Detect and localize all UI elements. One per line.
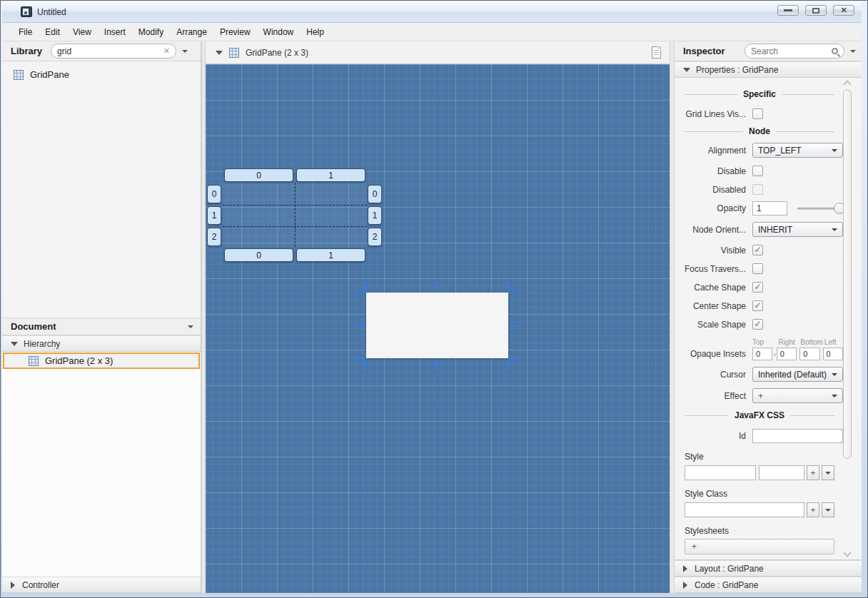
expand-arrow-icon (11, 582, 19, 589)
chevron-down-icon (832, 373, 837, 379)
cache-shape-label: Cache Shape (683, 283, 746, 293)
menu-arrange[interactable]: Arrange (170, 24, 213, 40)
grid-lines-checkbox[interactable] (752, 108, 763, 119)
inspector-search-input[interactable] (751, 46, 829, 56)
library-menu-button[interactable] (182, 50, 188, 56)
maximize-button[interactable] (805, 5, 827, 16)
stylesheets-add-button[interactable]: + (685, 539, 834, 554)
scale-shape-checkbox[interactable]: ✓ (752, 319, 763, 330)
node-orientation-dropdown[interactable]: INHERIT (752, 222, 843, 237)
selection-handle[interactable] (510, 292, 520, 293)
menu-edit[interactable]: Edit (39, 24, 66, 40)
row-header-left-2[interactable]: 2 (207, 228, 221, 246)
hierarchy-item-gridpane[interactable]: GridPane (2 x 3) (3, 353, 200, 369)
style-property-field[interactable] (685, 465, 756, 480)
selection-handle[interactable] (355, 358, 364, 359)
column-header-bottom-1[interactable]: 1 (296, 248, 365, 262)
hierarchy-section-header[interactable]: Hierarchy (2, 335, 201, 352)
library-search-input[interactable] (57, 46, 161, 56)
style-add-button[interactable]: + (807, 465, 819, 480)
menu-file[interactable]: File (12, 24, 39, 40)
selection-handle[interactable] (508, 360, 509, 370)
layout-section-header[interactable]: Layout : GridPane (675, 560, 862, 577)
right-splitter[interactable] (670, 41, 675, 593)
properties-section-header[interactable]: Properties : GridPane (675, 61, 862, 78)
selection-handle[interactable] (510, 325, 520, 326)
menu-bar: File Edit View Insert Modify Arrange Pre… (2, 23, 862, 41)
close-button[interactable]: ✕ (833, 5, 854, 16)
style-class-field[interactable] (685, 502, 804, 517)
cursor-dropdown[interactable]: Inherited (Default) (752, 367, 843, 382)
minimize-button[interactable] (777, 5, 799, 16)
visible-checkbox[interactable]: ✓ (752, 245, 763, 255)
menu-modify[interactable]: Modify (132, 24, 170, 40)
library-item-gridpane[interactable]: GridPane (2, 67, 201, 82)
content-panel: GridPane (2 x 3) 0 1 0 1 2 0 1 2 0 1 (206, 41, 670, 593)
inset-left-field[interactable]: 0 (823, 348, 843, 360)
row-header-left-1[interactable]: 1 (207, 206, 221, 225)
title-bar[interactable]: Untitled ✕ (2, 1, 862, 22)
menu-view[interactable]: View (66, 24, 98, 40)
opacity-slider[interactable] (797, 203, 843, 214)
divider-specific: Specific (685, 89, 834, 99)
inspector-search[interactable] (745, 44, 844, 59)
style-row: + (685, 465, 834, 480)
effect-dropdown[interactable]: + (752, 388, 843, 403)
row-header-right-0[interactable]: 0 (368, 185, 382, 203)
column-header-top-0[interactable]: 0 (224, 168, 293, 182)
column-header-bottom-0[interactable]: 0 (224, 248, 293, 262)
selection-handle[interactable] (510, 358, 520, 359)
id-field[interactable] (752, 429, 843, 443)
library-search[interactable]: ✕ (51, 44, 176, 59)
row-header-right-2[interactable]: 2 (368, 228, 382, 246)
inset-top-field[interactable]: 0 (752, 348, 772, 360)
selection-handle[interactable] (365, 360, 367, 370)
cache-shape-checkbox[interactable]: ✓ (752, 282, 763, 293)
inset-right-field[interactable]: 0 (777, 348, 797, 360)
selection-handle[interactable] (436, 360, 438, 370)
column-header-top-1[interactable]: 1 (296, 168, 365, 182)
row-header-left-0[interactable]: 0 (207, 185, 221, 203)
maximize-icon (812, 8, 819, 14)
inspector-panel: Inspector Properties : GridPane Specific (675, 41, 862, 593)
center-shape-checkbox[interactable]: ✓ (752, 300, 763, 311)
grid-row-divider-2 (223, 226, 367, 227)
style-value-field[interactable] (759, 465, 804, 480)
design-canvas[interactable]: 0 1 0 1 2 0 1 2 0 1 (206, 64, 670, 593)
menu-window[interactable]: Window (257, 24, 301, 40)
scroll-down-icon[interactable] (843, 549, 851, 557)
link-insets-icon[interactable]: › (773, 350, 775, 358)
canvas-collapse-icon[interactable] (216, 51, 223, 59)
chevron-down-icon (825, 509, 831, 515)
scroll-up-icon[interactable] (843, 80, 851, 88)
clear-search-icon[interactable]: ✕ (163, 46, 170, 56)
inspector-menu-button[interactable] (850, 50, 856, 56)
menu-help[interactable]: Help (300, 24, 330, 40)
fxml-document-icon[interactable] (652, 46, 661, 59)
code-section-header[interactable]: Code : GridPane (675, 577, 862, 593)
disabled-checkbox (752, 184, 763, 195)
opacity-field[interactable]: 1 (752, 201, 787, 216)
disable-checkbox[interactable] (752, 166, 763, 176)
inset-bottom-field[interactable]: 0 (799, 348, 819, 360)
controller-section-header[interactable]: Controller (2, 577, 201, 593)
focus-traversable-checkbox[interactable] (752, 263, 763, 274)
document-menu-button[interactable] (188, 325, 193, 331)
menu-insert[interactable]: Insert (98, 24, 132, 40)
grid-lines-label: Grid Lines Vis... (683, 109, 746, 119)
selection-handle[interactable] (365, 281, 367, 290)
alignment-dropdown[interactable]: TOP_LEFT (752, 143, 843, 158)
style-class-add-button[interactable]: + (807, 502, 819, 517)
row-header-right-1[interactable]: 1 (368, 206, 382, 225)
style-class-menu-button[interactable] (822, 502, 834, 517)
node-orientation-label: Node Orient... (683, 225, 746, 235)
gridpane-node[interactable] (366, 293, 508, 358)
scrollbar-thumb[interactable] (843, 89, 852, 459)
selection-handle[interactable] (355, 292, 364, 293)
inspector-scrollbar[interactable] (843, 79, 852, 558)
style-menu-button[interactable] (822, 465, 834, 480)
selection-handle[interactable] (355, 325, 364, 326)
menu-preview[interactable]: Preview (213, 24, 257, 40)
selection-handle[interactable] (436, 281, 438, 290)
selection-handle[interactable] (508, 281, 509, 290)
